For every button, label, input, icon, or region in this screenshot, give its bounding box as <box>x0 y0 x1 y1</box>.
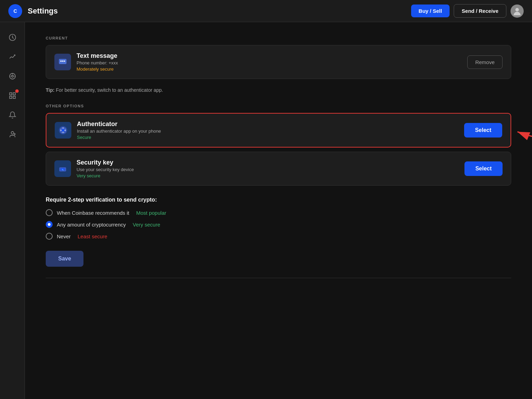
topbar: C Settings Buy / Sell Send / Receive <box>0 0 532 22</box>
current-method-left: Text message Phone number: +xxx Moderate… <box>54 52 118 72</box>
security-key-icon <box>54 160 71 177</box>
two-step-section: Require 2-step verification to send cryp… <box>46 197 511 240</box>
current-security-level: Moderately secure <box>77 66 118 72</box>
security-key-security: Very secure <box>77 173 134 178</box>
security-key-desc: Use your security key device <box>77 167 134 172</box>
svg-text:C: C <box>14 8 17 14</box>
radio-group: When Coinbase recommends it Most popular… <box>46 209 511 240</box>
sidebar-item-clock[interactable] <box>4 29 21 46</box>
authenticator-desc: Install an authenticator app on your pho… <box>77 128 161 134</box>
security-key-name: Security key <box>77 159 134 166</box>
authenticator-name: Authenticator <box>77 121 161 128</box>
red-arrow-annotation <box>514 121 532 143</box>
radio-circle-any-amount <box>46 221 53 228</box>
sidebar-item-user-add[interactable] <box>4 126 21 143</box>
sidebar-item-portfolio[interactable] <box>4 87 21 104</box>
authenticator-left: Authenticator Install an authenticator a… <box>55 121 161 140</box>
two-step-title: Require 2-step verification to send cryp… <box>46 197 511 203</box>
other-options-section: OTHER OPTIONS <box>46 104 511 186</box>
page-title: Settings <box>28 7 58 16</box>
current-method-row: Text message Phone number: +xxx Moderate… <box>54 52 503 72</box>
svg-point-5 <box>11 75 14 77</box>
security-key-left: Security key Use your security key devic… <box>54 159 134 178</box>
radio-badge-any-amount: Very secure <box>133 222 160 228</box>
remove-button[interactable]: Remove <box>467 55 503 69</box>
radio-item-coinbase-recommends[interactable]: When Coinbase recommends it Most popular <box>46 209 511 216</box>
authenticator-option-card: Authenticator Install an authenticator a… <box>46 113 511 148</box>
current-method-info: Text message Phone number: +xxx Moderate… <box>77 52 118 72</box>
authenticator-icon <box>55 122 71 139</box>
layout: CURRENT Text message <box>0 22 532 399</box>
other-options-label: OTHER OPTIONS <box>46 104 511 108</box>
svg-point-2 <box>515 8 519 11</box>
radio-circle-never <box>46 233 53 240</box>
security-key-option-card: Security key Use your security key devic… <box>46 152 511 186</box>
radio-badge-never: Least secure <box>78 233 107 239</box>
coinbase-logo[interactable]: C <box>8 4 22 18</box>
authenticator-select-button[interactable]: Select <box>464 123 502 138</box>
svg-point-22 <box>62 129 64 132</box>
radio-item-never[interactable]: Never Least secure <box>46 233 511 240</box>
radio-item-any-amount[interactable]: Any amount of cryptocurrency Very secure <box>46 221 511 228</box>
radio-label-any-amount: Any amount of cryptocurrency <box>57 222 126 228</box>
security-key-info: Security key Use your security key devic… <box>77 159 134 178</box>
topbar-right: Buy / Sell Send / Receive <box>411 4 524 18</box>
svg-rect-9 <box>9 93 11 95</box>
sidebar-item-chart[interactable] <box>4 48 21 65</box>
authenticator-security: Secure <box>77 135 161 140</box>
svg-point-13 <box>11 132 14 134</box>
text-message-icon <box>54 54 71 70</box>
current-method-phone: Phone number: +xxx <box>77 60 118 65</box>
topbar-left: C Settings <box>8 4 58 18</box>
portfolio-badge <box>15 89 19 93</box>
sidebar-item-gauge[interactable] <box>4 68 21 85</box>
tip-text: Tip: For better security, switch to an a… <box>46 87 511 93</box>
radio-label-coinbase: When Coinbase recommends it <box>57 210 129 216</box>
current-section-label: CURRENT <box>46 36 511 40</box>
buy-sell-button[interactable]: Buy / Sell <box>411 5 450 17</box>
tip-prefix: Tip: <box>46 87 54 93</box>
current-section: CURRENT Text message <box>46 36 511 79</box>
svg-rect-10 <box>13 93 15 95</box>
current-method-name: Text message <box>77 52 118 60</box>
sidebar <box>0 22 25 399</box>
radio-badge-coinbase: Most popular <box>136 210 166 216</box>
sidebar-item-bell[interactable] <box>4 107 21 123</box>
svg-rect-11 <box>9 96 11 98</box>
save-button[interactable]: Save <box>46 251 83 267</box>
current-method-card: Text message Phone number: +xxx Moderate… <box>46 45 511 79</box>
radio-label-never: Never <box>57 233 71 239</box>
svg-rect-17 <box>60 61 62 62</box>
authenticator-info: Authenticator Install an authenticator a… <box>77 121 161 140</box>
radio-circle-coinbase <box>46 209 53 216</box>
svg-rect-12 <box>13 96 15 98</box>
send-receive-button[interactable]: Send / Receive <box>454 4 506 18</box>
svg-rect-18 <box>62 61 63 62</box>
security-key-select-button[interactable]: Select <box>464 161 503 176</box>
tip-content: For better security, switch to an authen… <box>54 87 163 93</box>
main-content: CURRENT Text message <box>25 22 532 399</box>
svg-rect-19 <box>64 61 65 62</box>
avatar[interactable] <box>511 5 524 18</box>
